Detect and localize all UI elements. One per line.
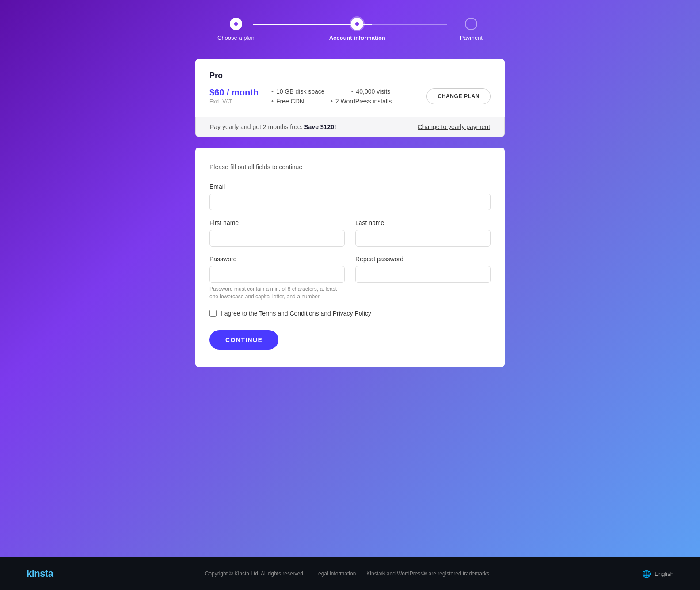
password-hint: Password must contain a min. of 8 charac…	[209, 285, 345, 301]
step-circle-account-information	[351, 18, 363, 30]
password-row: Password Password must contain a min. of…	[209, 255, 491, 301]
plan-name: Pro	[209, 71, 491, 80]
footer: kinsta Copyright © Kinsta Ltd. All right…	[0, 557, 700, 590]
password-group: Password Password must contain a min. of…	[209, 255, 345, 301]
repeat-password-input[interactable]	[355, 266, 491, 283]
terms-checkbox[interactable]	[209, 310, 217, 317]
plan-card: Pro $60 / month Excl. VAT • 10 GB disk s…	[195, 59, 505, 117]
yearly-save-text: Save $120!	[304, 123, 336, 130]
terms-group: I agree to the Terms and Conditions and …	[209, 309, 491, 318]
step-payment[interactable]: Payment	[460, 18, 483, 41]
plan-vat: Excl. VAT	[209, 99, 262, 105]
plan-features: • 10 GB disk space • 40,000 visits • Fre…	[262, 88, 426, 105]
stepper: Choose a plan Account information Paymen…	[217, 18, 483, 41]
continue-button[interactable]: CONTINUE	[209, 330, 278, 350]
password-label: Password	[209, 255, 345, 263]
change-plan-button[interactable]: CHANGE PLAN	[426, 88, 491, 104]
first-name-group: First name	[209, 219, 345, 247]
footer-copyright: Copyright © Kinsta Ltd. All rights reser…	[205, 571, 305, 577]
privacy-policy-link[interactable]: Privacy Policy	[333, 310, 371, 317]
yearly-banner: Pay yearly and get 2 months free. Save $…	[195, 117, 505, 137]
email-group: Email	[209, 183, 491, 210]
email-label: Email	[209, 183, 491, 190]
change-to-yearly-link[interactable]: Change to yearly payment	[418, 123, 490, 130]
step-label-account-information: Account information	[329, 34, 385, 41]
form-card: Please fill out all fields to continue E…	[195, 148, 505, 367]
repeat-password-label: Repeat password	[355, 255, 491, 263]
step-circle-payment	[465, 18, 477, 30]
globe-icon: 🌐	[642, 570, 651, 578]
legal-information-link[interactable]: Legal information	[315, 571, 356, 577]
form-instruction: Please fill out all fields to continue	[209, 164, 491, 171]
yearly-banner-text: Pay yearly and get 2 months free. Save $…	[210, 123, 336, 130]
last-name-label: Last name	[355, 219, 491, 226]
language-label: English	[654, 571, 673, 577]
first-name-input[interactable]	[209, 230, 345, 247]
feature-disk-space: • 10 GB disk space	[271, 88, 325, 95]
last-name-input[interactable]	[355, 230, 491, 247]
step-label-payment: Payment	[460, 34, 483, 41]
footer-trademark: Kinsta® and WordPress® are registered tr…	[366, 571, 491, 577]
step-choose-plan[interactable]: Choose a plan	[217, 18, 255, 41]
footer-logo: kinsta	[27, 568, 53, 579]
last-name-group: Last name	[355, 219, 491, 247]
plan-price-section: $60 / month Excl. VAT	[209, 88, 262, 105]
feature-cdn: • Free CDN	[271, 98, 304, 105]
step-label-choose-plan: Choose a plan	[217, 34, 255, 41]
first-name-label: First name	[209, 219, 345, 226]
repeat-password-group: Repeat password	[355, 255, 491, 301]
password-input[interactable]	[209, 266, 345, 283]
footer-center: Copyright © Kinsta Ltd. All rights reser…	[205, 571, 491, 577]
terms-conditions-link[interactable]: Terms and Conditions	[259, 310, 319, 317]
plan-price: $60 / month	[209, 88, 262, 98]
footer-language[interactable]: 🌐 English	[642, 570, 673, 578]
step-account-information[interactable]: Account information	[329, 18, 385, 41]
name-row: First name Last name	[209, 219, 491, 247]
email-input[interactable]	[209, 194, 491, 210]
step-circle-choose-plan	[230, 18, 242, 30]
terms-label[interactable]: I agree to the Terms and Conditions and …	[221, 309, 371, 318]
feature-visits: • 40,000 visits	[351, 88, 391, 95]
feature-wordpress: • 2 WordPress installs	[331, 98, 392, 105]
